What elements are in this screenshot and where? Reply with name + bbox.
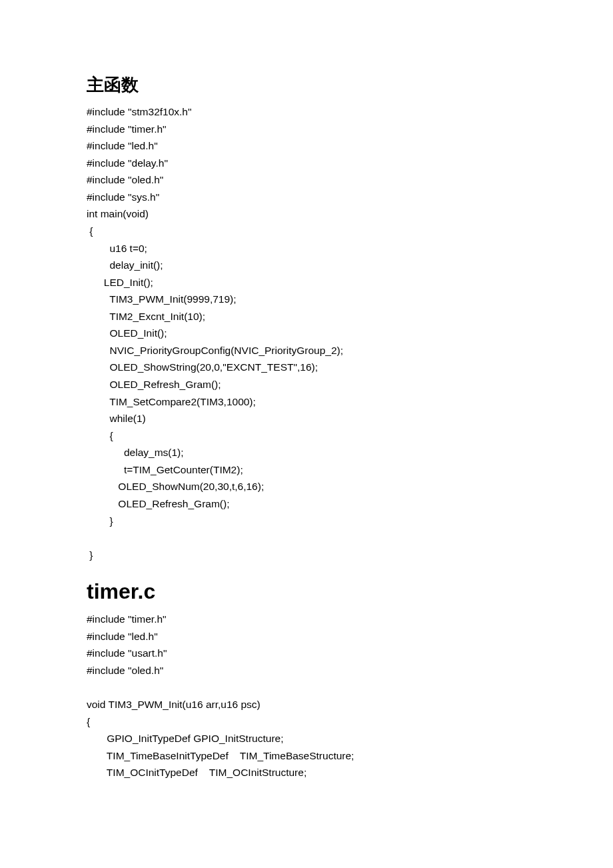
code-block-main: #include "stm32f10x.h" #include "timer.h… xyxy=(87,103,526,563)
section-heading-timer: timer.c xyxy=(87,579,526,604)
document-page: 主函数 #include "stm32f10x.h" #include "tim… xyxy=(0,0,613,848)
section-heading-main: 主函数 xyxy=(87,73,526,97)
code-block-timer: #include "timer.h" #include "led.h" #inc… xyxy=(87,611,526,781)
